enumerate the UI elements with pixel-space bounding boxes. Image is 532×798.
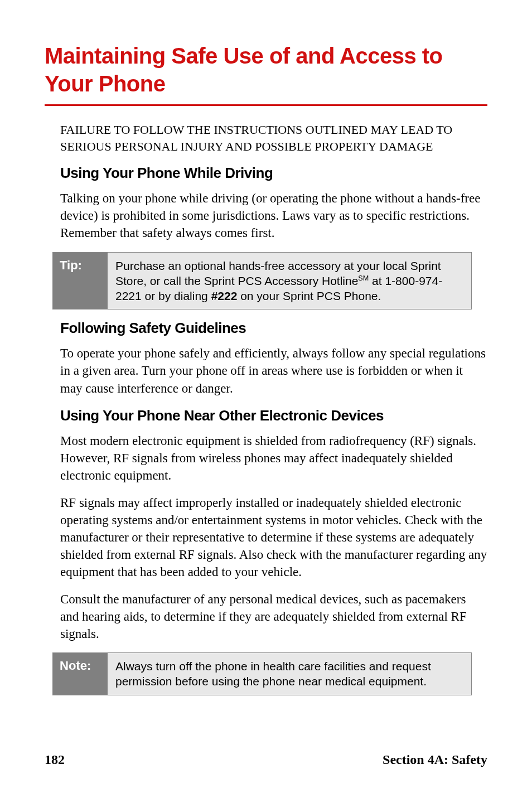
note-label: Note: <box>53 653 108 695</box>
page-title: Maintaining Safe Use of and Access to Yo… <box>45 42 487 98</box>
para-electronics-3: Consult the manufacturer of any personal… <box>60 591 487 642</box>
para-electronics-1: Most modern electronic equipment is shie… <box>60 432 487 484</box>
tip-label: Tip: <box>53 253 108 309</box>
footer-section: Section 4A: Safety <box>383 752 487 767</box>
heading-electronics: Using Your Phone Near Other Electronic D… <box>60 407 487 424</box>
heading-guidelines: Following Safety Guidelines <box>60 320 487 337</box>
tip-text-post: on your Sprint PCS Phone. <box>237 289 381 302</box>
para-guidelines: To operate your phone safely and efficie… <box>60 345 487 396</box>
tip-callout: Tip: Purchase an optional hands-free acc… <box>52 252 472 310</box>
page-footer: 182 Section 4A: Safety <box>45 752 487 767</box>
note-callout: Note: Always turn off the phone in healt… <box>52 652 472 695</box>
tip-sm: SM <box>358 274 369 282</box>
para-driving: Talking on your phone while driving (or … <box>60 190 487 241</box>
tip-body: Purchase an optional hands-free accessor… <box>108 253 471 309</box>
intro-warning: FAILURE TO FOLLOW THE INSTRUCTIONS OUTLI… <box>60 122 487 154</box>
tip-text-bold: #222 <box>211 289 238 302</box>
footer-page-number: 182 <box>45 752 65 767</box>
note-body: Always turn off the phone in health care… <box>108 653 471 695</box>
title-rule <box>45 104 487 106</box>
para-electronics-2: RF signals may affect improperly install… <box>60 494 487 581</box>
heading-driving: Using Your Phone While Driving <box>60 165 487 182</box>
